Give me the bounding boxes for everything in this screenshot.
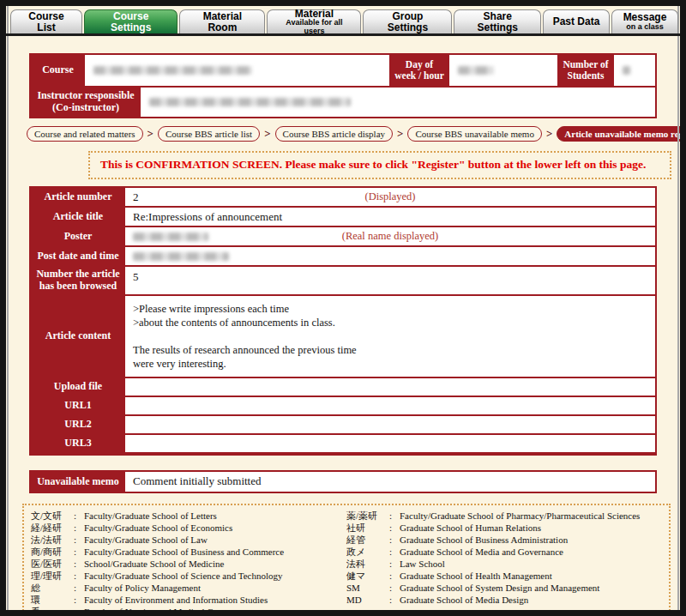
- article-content-value: >Please write impressions each time >abo…: [125, 296, 655, 377]
- course-info-table: Course Day of week / hour Number of Stud…: [29, 53, 657, 118]
- tab-bar: Course ListCourse SettingsMaterial RoomM…: [6, 6, 680, 36]
- tab-course-list[interactable]: Course List: [10, 9, 82, 33]
- instructor-value-cell: [141, 88, 655, 117]
- legend-item: 薬/薬研:Faculty/Graduate School of Pharmacy…: [346, 510, 662, 522]
- legend-item: 健マ:Graduate School of Health Management: [346, 570, 662, 582]
- upload-file-label: Upload file: [31, 378, 125, 396]
- legend-abbr: 看: [31, 606, 74, 616]
- article-title-value: Re:Impressions of announcement: [125, 208, 655, 226]
- legend-item: 医/医研:School/Graduate School of Medicine: [31, 558, 346, 570]
- instructor-label: Instructor responsible (Co-instructor): [31, 88, 141, 117]
- legend-abbr: 医/医研: [31, 558, 74, 570]
- legend-separator: :: [389, 534, 400, 546]
- breadcrumb-item-course-bbs-unavailable-memo[interactable]: Course BBS unavailable memo: [407, 126, 541, 142]
- unavailable-memo-value: Comment initially submitted: [125, 472, 655, 492]
- breadcrumb-item-course-and-related-matters[interactable]: Course and related matters: [27, 126, 143, 142]
- legend-separator: :: [74, 510, 84, 522]
- tab-material-room[interactable]: Material Room: [179, 9, 265, 33]
- unavailable-memo-label: Unavailable memo: [31, 472, 125, 492]
- legend-desc: Graduate School of Business Administrati…: [400, 534, 662, 546]
- legend-item: 文/文研:Faculty/Graduate School of Letters: [31, 510, 346, 522]
- legend-item: 商/商研:Faculty/Graduate School of Business…: [31, 546, 346, 558]
- page: Course ListCourse SettingsMaterial RoomM…: [0, 0, 686, 616]
- legend-separator: :: [389, 546, 400, 558]
- table-row: URL2: [31, 414, 655, 433]
- legend-separator: :: [74, 522, 84, 534]
- tab-past-data[interactable]: Past Data: [543, 9, 610, 33]
- legend-abbr: MD: [346, 594, 389, 606]
- article-title-label: Article title: [31, 208, 125, 226]
- tab-share-settings[interactable]: Share Settings: [454, 9, 541, 33]
- course-value-blurred: [93, 66, 252, 75]
- article-number-value: 2: [133, 190, 139, 204]
- number-of-students-value-blurred: [623, 66, 630, 75]
- table-row: Poster (Real name displayed): [31, 226, 655, 245]
- legend-separator: :: [74, 594, 84, 606]
- legend-desc: Graduate School of System Design and Man…: [400, 582, 662, 594]
- legend-desc: Faculty/Graduate School of Pharmacy/Phar…: [400, 510, 662, 522]
- tab-label: Material Room: [188, 11, 256, 33]
- unavailable-memo-table: Unavailable memo Comment initially submi…: [29, 470, 657, 493]
- day-of-week-value-blurred: [458, 66, 494, 75]
- legend-item: 法科:Law School: [346, 558, 662, 570]
- confirmation-warning: This is CONFIRMATION SCREEN. Please make…: [88, 151, 671, 179]
- article-number-label: Article number: [31, 188, 125, 206]
- url3-value: [125, 435, 655, 452]
- breadcrumb-item-article-unavailable-memo-registration-co: Article unavailable memo registration co…: [557, 126, 686, 142]
- legend-desc: Faculty/Graduate School of Law: [84, 534, 346, 546]
- legend-item: 経管:Graduate School of Business Administr…: [346, 534, 662, 546]
- day-of-week-value-cell: [449, 55, 557, 86]
- tab-message[interactable]: Messageon a class: [611, 9, 678, 33]
- article-number-value-cell: 2 (Displayed): [125, 188, 655, 206]
- tab-group-settings[interactable]: Group Settings: [363, 9, 452, 33]
- table-row: Article title Re:Impressions of announce…: [31, 206, 655, 226]
- legend-desc: Graduate School of Media Design: [400, 594, 662, 606]
- table-row: URL1: [31, 396, 655, 414]
- browse-count-value: 5: [125, 267, 655, 294]
- article-content-label: Article content: [31, 296, 125, 377]
- legend-item: 総:Faculty of Policy Management: [31, 582, 346, 594]
- legend-abbr: 法科: [346, 558, 389, 570]
- post-date-label: Post date and time: [31, 247, 125, 265]
- url2-value: [125, 416, 655, 433]
- poster-value-blurred: [133, 233, 208, 241]
- legend-desc: Graduate School of Health Management: [400, 570, 662, 582]
- breadcrumb-separator: >: [396, 127, 404, 141]
- legend-desc: Law School: [400, 558, 662, 570]
- table-row: Article content >Please write impression…: [31, 294, 655, 377]
- table-row: URL3: [31, 433, 655, 452]
- legend-item: MD:Graduate School of Media Design: [346, 594, 662, 606]
- breadcrumb-item-course-bbs-article-display[interactable]: Course BBS article display: [275, 126, 393, 142]
- breadcrumb-item-course-bbs-article-list[interactable]: Course BBS article list: [158, 126, 260, 142]
- post-date-value-blurred: [133, 252, 229, 261]
- legend-separator: :: [74, 558, 84, 570]
- browse-count-label: Number the article has been browsed: [31, 267, 125, 294]
- legend-desc: Faculty/Graduate School of Economics: [84, 522, 346, 534]
- legend-item: 経/経研:Faculty/Graduate School of Economic…: [31, 522, 346, 534]
- legend-separator: :: [389, 510, 400, 522]
- legend-separator: :: [389, 582, 400, 594]
- tab-material[interactable]: MaterialAvailable for all users: [267, 9, 361, 33]
- legend-item: 法/法研:Faculty/Graduate School of Law: [31, 534, 346, 546]
- table-row: Article number 2 (Displayed): [31, 188, 655, 206]
- faculty-legend-right-column: 薬/薬研:Faculty/Graduate School of Pharmacy…: [346, 510, 662, 616]
- legend-abbr: 健マ: [346, 570, 389, 582]
- tab-label: Course List: [19, 11, 74, 33]
- article-number-note: (Displayed): [364, 190, 415, 203]
- number-of-students-value-cell: [614, 55, 655, 86]
- breadcrumb-separator: >: [263, 127, 271, 141]
- tab-course-settings[interactable]: Course Settings: [84, 9, 178, 33]
- tab-label: Course Settings: [93, 11, 169, 33]
- legend-abbr: 政メ: [346, 546, 389, 558]
- legend-separator: :: [74, 582, 84, 594]
- breadcrumb: Course and related matters>Course BBS ar…: [27, 126, 671, 142]
- course-info-row-1: Course Day of week / hour Number of Stud…: [31, 55, 655, 86]
- poster-note: (Real name displayed): [342, 230, 438, 243]
- legend-item: SM:Graduate School of System Design and …: [346, 582, 662, 594]
- tab-sublabel: on a class: [626, 23, 664, 31]
- legend-desc: Faculty/Graduate School of Science and T…: [84, 570, 346, 582]
- legend-abbr: SM: [346, 582, 389, 594]
- legend-item: 政メ:Graduate School of Media and Governan…: [346, 546, 662, 558]
- course-info-row-2: Instructor responsible (Co-instructor): [31, 86, 655, 117]
- upload-file-value: [125, 378, 655, 396]
